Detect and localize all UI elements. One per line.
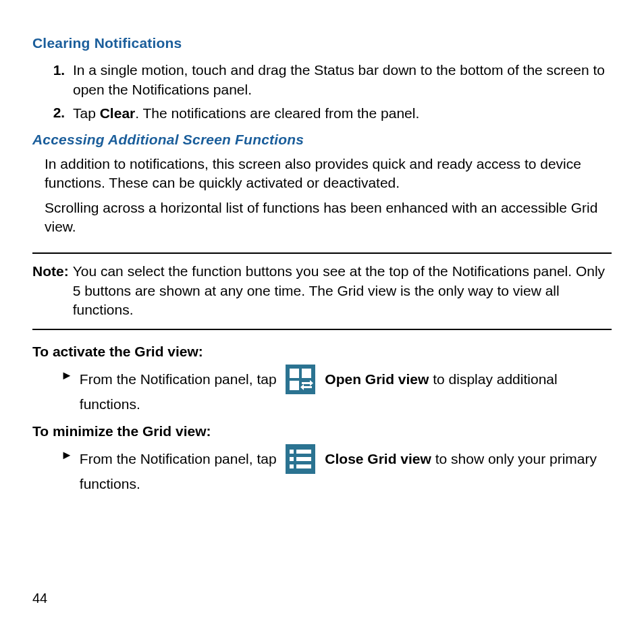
subheading-activate-grid: To activate the Grid view:: [32, 342, 612, 361]
activate-bold: Open Grid view: [325, 371, 429, 387]
subheading-minimize-grid: To minimize the Grid view:: [32, 422, 612, 441]
step-2-pre: Tap: [73, 105, 100, 121]
page-number: 44: [32, 589, 47, 608]
step-activate-grid: ► From the Notification panel, tap: [61, 365, 612, 414]
step-2: Tap Clear. The notifications are cleared…: [69, 103, 612, 124]
paragraph-quick-access: In addition to notifications, this scree…: [32, 155, 612, 193]
note-block: Note: You can select the function button…: [32, 252, 612, 330]
step-activate-body: From the Notification panel, tap Open Gr…: [80, 365, 612, 414]
bullet-arrow-icon: ►: [61, 365, 80, 385]
step-2-post: . The notifications are cleared from the…: [135, 105, 419, 121]
open-grid-view-icon: [286, 365, 315, 394]
document-page: Clearing Notifications In a single motio…: [0, 0, 644, 644]
step-minimize-body: From the Notification panel, tap Close G…: [80, 444, 612, 494]
step-2-clear-label: Clear: [100, 105, 136, 121]
bullet-arrow-icon: ►: [61, 444, 80, 464]
close-grid-view-icon: [286, 444, 315, 474]
step-1-text: In a single motion, touch and drag the S…: [73, 62, 605, 97]
svg-rect-6: [304, 386, 312, 388]
activate-pre: From the Notification panel, tap: [80, 371, 281, 387]
svg-rect-13: [290, 464, 294, 468]
minimize-bold: Close Grid view: [325, 451, 431, 466]
step-minimize-grid: ► From the Notification panel, tap Clos: [61, 444, 612, 494]
step-1: In a single motion, touch and drag the S…: [69, 61, 612, 99]
svg-rect-14: [296, 464, 311, 468]
note-text: You can select the function buttons you …: [73, 262, 612, 319]
svg-rect-1: [290, 369, 299, 378]
steps-list: In a single motion, touch and drag the S…: [32, 61, 612, 123]
minimize-pre: From the Notification panel, tap: [80, 451, 281, 466]
svg-rect-2: [302, 369, 311, 378]
heading-accessing-functions: Accessing Additional Screen Functions: [32, 130, 612, 149]
svg-rect-12: [296, 457, 311, 461]
svg-rect-10: [296, 450, 311, 454]
paragraph-grid-enhanced: Scrolling across a horizontal list of fu…: [32, 198, 612, 237]
svg-rect-4: [302, 382, 310, 384]
note-label: Note:: [32, 262, 73, 319]
svg-rect-3: [290, 381, 299, 390]
heading-clearing-notifications: Clearing Notifications: [32, 34, 612, 53]
svg-rect-11: [290, 457, 294, 461]
svg-rect-9: [290, 450, 294, 454]
